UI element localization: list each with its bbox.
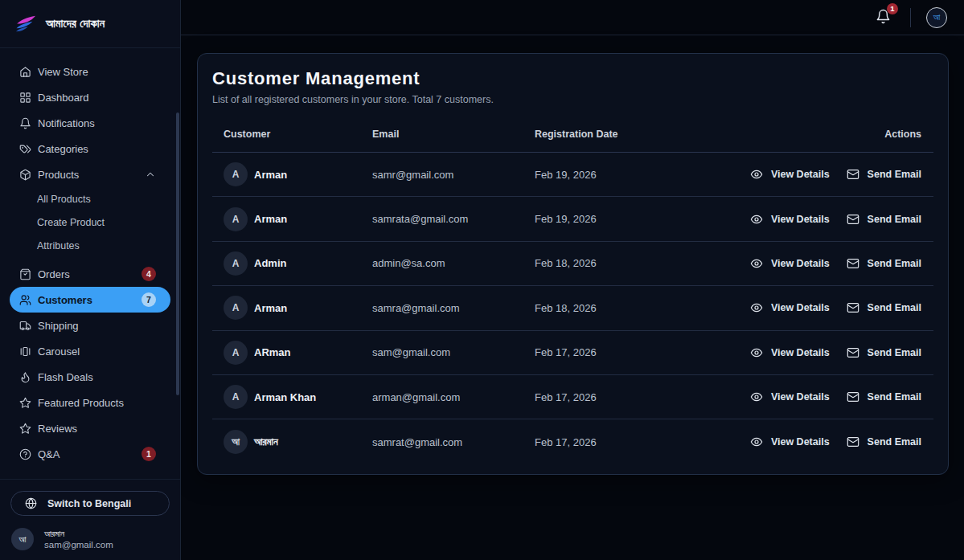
sidebar-item-carousel[interactable]: Carousel <box>10 338 170 364</box>
view-details-button[interactable]: View Details <box>750 390 830 403</box>
profile-name: আরমান <box>44 528 113 539</box>
sidebar-item-notifications[interactable]: Notifications <box>10 110 170 136</box>
notifications-bell-button[interactable]: 1 <box>876 9 893 27</box>
customer-management-card: Customer Management List of all register… <box>197 53 949 475</box>
eye-icon <box>750 435 763 448</box>
customer-row: আআরমানsamrat@gmail.comFeb 17, 2026View D… <box>212 419 933 464</box>
app-window: আমাদের দোকান View StoreDashboardNotifica… <box>0 0 964 560</box>
sidebar-item-reviews[interactable]: Reviews <box>10 415 170 441</box>
flame-icon <box>19 371 31 383</box>
brand-header[interactable]: আমাদের দোকান <box>0 0 180 48</box>
notification-count-badge: 1 <box>887 3 898 14</box>
customers-count-badge: 7 <box>142 292 156 307</box>
customer-avatar: আ <box>224 430 248 454</box>
user-avatar-button[interactable]: আ <box>926 7 947 28</box>
eye-icon <box>750 257 763 270</box>
table-header-row: Customer Email Registration Date Actions <box>212 116 933 153</box>
customer-cell: AArman <box>224 207 372 231</box>
sidebar-item-q-a[interactable]: Q&A1 <box>10 441 170 467</box>
registration-date: Feb 17, 2026 <box>535 346 750 358</box>
page-title: Customer Management <box>212 68 933 89</box>
customer-row: AARmansam@gmail.comFeb 17, 2026View Deta… <box>212 331 933 375</box>
mail-icon <box>847 435 859 448</box>
view-details-button[interactable]: View Details <box>750 213 830 226</box>
customer-cell: AArman Khan <box>224 385 372 409</box>
mail-icon <box>847 257 859 270</box>
package-icon <box>19 169 31 181</box>
truck-icon <box>19 320 31 332</box>
send-email-button[interactable]: Send Email <box>847 390 921 403</box>
customers-table: Customer Email Registration Date Actions… <box>212 116 933 464</box>
view-details-button[interactable]: View Details <box>750 257 830 270</box>
language-switch-button[interactable]: Switch to Bengali <box>10 491 170 516</box>
customer-avatar: A <box>224 251 248 276</box>
column-header-customer: Customer <box>224 129 372 140</box>
tags-icon <box>19 143 31 155</box>
star-icon <box>19 423 31 435</box>
registration-date: Feb 18, 2026 <box>535 302 750 314</box>
bag-icon <box>19 268 31 280</box>
brand-logo-icon <box>13 14 37 34</box>
sidebar-item-orders[interactable]: Orders4 <box>10 261 170 287</box>
sidebar-subitem-all-products[interactable]: All Products <box>10 187 170 211</box>
column-header-actions: Actions <box>884 129 921 140</box>
view-details-button[interactable]: View Details <box>750 301 830 314</box>
page-subtitle: List of all registered customers in your… <box>212 94 933 105</box>
sidebar-item-dashboard[interactable]: Dashboard <box>10 84 170 110</box>
sidebar-subitem-create-product[interactable]: Create Product <box>10 211 170 234</box>
customer-cell: আআরমান <box>224 430 372 454</box>
sidebar-subitem-attributes[interactable]: Attributes <box>10 234 170 257</box>
sidebar-scrollbar[interactable] <box>176 112 179 395</box>
customer-name: Arman <box>254 302 287 314</box>
customer-row: AArmansamr@gmail.comFeb 19, 2026View Det… <box>212 153 933 197</box>
customer-name: Arman <box>254 169 287 181</box>
actions-cell: View DetailsSend Email <box>750 168 921 181</box>
eye-icon <box>750 168 763 181</box>
topbar: 1 আ <box>181 0 964 35</box>
sidebar: আমাদের দোকান View StoreDashboardNotifica… <box>0 0 181 560</box>
mail-icon <box>847 213 859 226</box>
view-details-button[interactable]: View Details <box>750 346 830 359</box>
mail-icon <box>847 390 859 403</box>
registration-date: Feb 18, 2026 <box>535 257 750 269</box>
sidebar-item-featured-products[interactable]: Featured Products <box>10 390 170 415</box>
mail-icon <box>847 346 859 359</box>
actions-cell: View DetailsSend Email <box>750 346 921 359</box>
customer-row: AArmansamra@gmail.comFeb 18, 2026View De… <box>212 286 933 330</box>
sidebar-profile[interactable]: আ আরমান sam@gmail.com <box>10 528 170 550</box>
customer-cell: AARman <box>224 341 372 365</box>
actions-cell: View DetailsSend Email <box>750 213 921 226</box>
send-email-button[interactable]: Send Email <box>847 301 921 314</box>
help-icon <box>19 448 31 460</box>
language-switch-label: Switch to Bengali <box>47 498 131 509</box>
sidebar-item-flash-deals[interactable]: Flash Deals <box>10 364 170 390</box>
sidebar-item-categories[interactable]: Categories <box>10 136 170 161</box>
view-details-button[interactable]: View Details <box>750 168 830 181</box>
send-email-button[interactable]: Send Email <box>847 346 921 359</box>
customer-avatar: A <box>224 385 248 409</box>
actions-cell: View DetailsSend Email <box>750 257 921 270</box>
send-email-button[interactable]: Send Email <box>847 435 921 448</box>
globe-icon <box>25 497 37 509</box>
sidebar-item-products[interactable]: Products <box>10 161 170 187</box>
customer-row: AArmansamrata@gmail.comFeb 19, 2026View … <box>212 197 933 241</box>
sidebar-item-view-store[interactable]: View Store <box>10 59 170 84</box>
main-area: Customer Management List of all register… <box>181 35 964 560</box>
send-email-button[interactable]: Send Email <box>847 257 921 270</box>
sidebar-item-customers[interactable]: Customers7 <box>10 287 170 313</box>
chevron-up-icon <box>145 169 156 180</box>
customer-name: Admin <box>254 257 286 269</box>
globe-icon <box>25 497 37 509</box>
send-email-button[interactable]: Send Email <box>847 213 921 226</box>
mail-icon <box>847 168 859 181</box>
sidebar-nav: View StoreDashboardNotificationsCategori… <box>0 48 180 479</box>
send-email-button[interactable]: Send Email <box>847 168 921 181</box>
profile-email: sam@gmail.com <box>44 539 113 550</box>
customer-avatar: A <box>224 296 248 320</box>
registration-date: Feb 17, 2026 <box>535 391 750 403</box>
column-header-date: Registration Date <box>535 129 884 140</box>
sidebar-item-shipping[interactable]: Shipping <box>10 313 170 338</box>
customer-row: AArman Khanarman@gmail.comFeb 17, 2026Vi… <box>212 375 933 419</box>
column-header-email: Email <box>372 129 535 140</box>
view-details-button[interactable]: View Details <box>750 435 830 448</box>
